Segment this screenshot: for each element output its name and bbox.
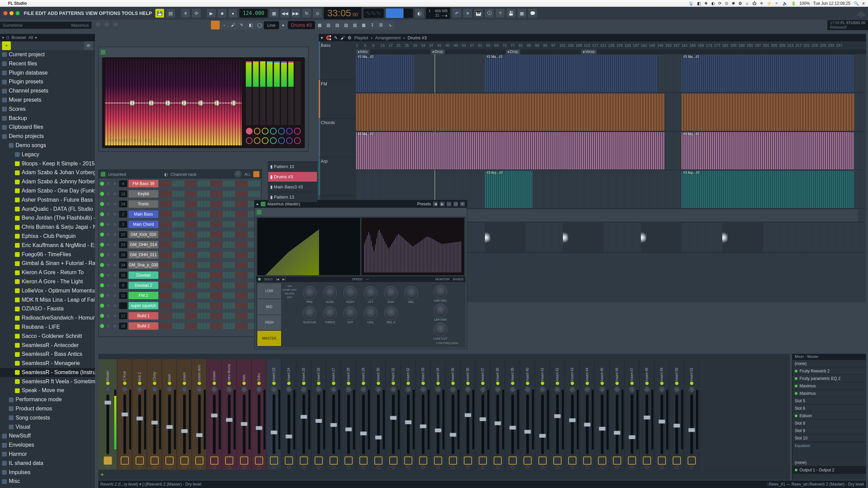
mixer-insert-strip[interactable]: Insert 41 <box>535 359 550 470</box>
step-cell[interactable] <box>210 252 213 258</box>
step-cell[interactable] <box>188 313 191 319</box>
main-volume-knob[interactable]: ◐ <box>415 9 424 18</box>
rec-count-button[interactable]: ↘ <box>386 21 394 29</box>
mixer-insert-strip[interactable]: Insert 24 <box>281 359 296 470</box>
pl-settings-icon[interactable]: ⚙ <box>348 35 352 40</box>
midi-settings-button[interactable]: 🎹 <box>474 9 483 18</box>
step-cell[interactable] <box>172 272 175 278</box>
step-cell[interactable] <box>223 292 225 299</box>
step-cell[interactable] <box>172 231 175 238</box>
mixer-route-dot[interactable] <box>436 466 440 469</box>
mixer-insert-strip[interactable]: Insert 33 <box>416 359 431 470</box>
eq-header[interactable] <box>99 47 308 57</box>
step-cell[interactable] <box>185 231 188 238</box>
step-cell[interactable] <box>210 282 213 288</box>
step-cell[interactable] <box>248 221 251 227</box>
step-cell[interactable] <box>185 242 188 248</box>
mixer-mute-led[interactable] <box>183 382 186 385</box>
mixer-fader[interactable] <box>541 394 544 454</box>
channel-name-button[interactable]: Tronic <box>129 200 158 208</box>
step-cell[interactable] <box>245 181 248 187</box>
step-cell[interactable] <box>213 181 216 187</box>
step-cell[interactable] <box>169 323 172 329</box>
step-cell[interactable] <box>172 282 175 288</box>
browser-item[interactable]: SeamlessR ft Veela - Sometime (Vocal) <box>0 377 95 386</box>
mixer-insert-strip[interactable]: Insert 37 <box>475 359 490 470</box>
step-cell[interactable] <box>210 221 213 227</box>
audio-clip[interactable] <box>722 223 763 252</box>
browser-item[interactable]: Performance mode <box>0 395 95 404</box>
menu-extra-icon[interactable]: ✱ <box>732 1 735 6</box>
step-cell[interactable] <box>172 191 175 197</box>
mac-clock[interactable]: Tue Jun 12 12:08:25 <box>813 1 850 6</box>
step-cell[interactable] <box>235 252 238 258</box>
step-cell[interactable] <box>201 303 203 309</box>
pr-view-button[interactable]: ▥ <box>324 21 333 29</box>
channel-pan-knob[interactable] <box>105 222 111 227</box>
browser-item[interactable]: Plugin database <box>0 68 95 78</box>
step-cell[interactable] <box>210 313 213 319</box>
step-cell[interactable] <box>245 242 248 248</box>
menu-extra-icon[interactable]: ◧ <box>697 1 701 6</box>
step-cell[interactable] <box>238 313 241 319</box>
channel-name-button[interactable]: super squelch <box>129 302 158 309</box>
step-cell[interactable] <box>194 231 197 238</box>
channel-mixer-route[interactable]: 22 <box>119 231 127 238</box>
step-cell[interactable] <box>160 221 162 227</box>
mixer-pan-knob[interactable] <box>226 386 232 392</box>
channel-vol-knob[interactable] <box>112 252 118 258</box>
step-cell[interactable] <box>257 181 260 187</box>
step-cell[interactable] <box>179 191 181 197</box>
mixer-insert-strip[interactable]: Insert 44 <box>580 359 595 470</box>
mixer-pan-knob[interactable] <box>480 386 486 392</box>
pl-menu-icon[interactable]: ▾ <box>321 35 323 40</box>
menu-extra-icon[interactable]: ✳ <box>760 1 763 6</box>
step-cell[interactable] <box>238 201 241 207</box>
mixer-mute-led[interactable] <box>407 382 410 385</box>
step-cell[interactable] <box>188 181 191 187</box>
step-cell[interactable] <box>169 242 172 248</box>
step-cell[interactable] <box>166 292 169 299</box>
step-cell[interactable] <box>213 313 216 319</box>
step-cell[interactable] <box>175 292 178 299</box>
mixer-mute-led[interactable] <box>153 382 156 385</box>
step-cell[interactable] <box>235 262 238 268</box>
step-cell[interactable] <box>216 181 219 187</box>
mixer-route-dot[interactable] <box>615 466 619 469</box>
step-cell[interactable] <box>172 262 175 268</box>
pl-crumb-playlist[interactable]: Playlist <box>354 35 368 40</box>
mixer-pan-knob[interactable] <box>166 386 173 392</box>
step-cell[interactable] <box>229 303 232 309</box>
channel-name-button[interactable]: FM Bass 39 <box>129 180 158 187</box>
step-cell[interactable] <box>191 231 194 238</box>
channel-pan-knob[interactable] <box>105 252 111 258</box>
step-cell[interactable] <box>185 252 188 258</box>
step-cell[interactable] <box>238 292 241 299</box>
channel-vol-knob[interactable] <box>112 201 118 207</box>
step-cell[interactable] <box>188 211 191 217</box>
step-cell[interactable] <box>226 323 229 329</box>
step-cell[interactable] <box>194 252 197 258</box>
slot-enable-led[interactable] <box>795 414 797 417</box>
step-cell[interactable] <box>210 262 213 268</box>
mixer-insert-strip[interactable]: Clicky <box>147 359 162 470</box>
step-cell[interactable] <box>191 282 194 288</box>
step-cell[interactable] <box>248 313 251 319</box>
step-cell[interactable] <box>251 323 254 329</box>
step-cell[interactable] <box>213 323 216 329</box>
step-cell[interactable] <box>219 292 222 299</box>
step-cell[interactable] <box>207 292 210 299</box>
mixer-fader[interactable] <box>106 394 109 454</box>
mixer-mute-led[interactable] <box>451 382 455 385</box>
step-cell[interactable] <box>207 231 210 238</box>
step-cell[interactable] <box>229 181 232 187</box>
step-cell[interactable] <box>172 181 175 187</box>
step-cell[interactable] <box>201 272 203 278</box>
mixer-fader[interactable] <box>288 394 290 454</box>
mixer-pan-knob[interactable] <box>301 386 307 392</box>
step-cell[interactable] <box>166 181 169 187</box>
mixer-pan-knob[interactable] <box>196 386 202 392</box>
step-cell[interactable] <box>251 303 254 309</box>
step-cell[interactable] <box>163 201 165 207</box>
pl-crumb-arrange[interactable]: Arrangement <box>375 35 401 40</box>
